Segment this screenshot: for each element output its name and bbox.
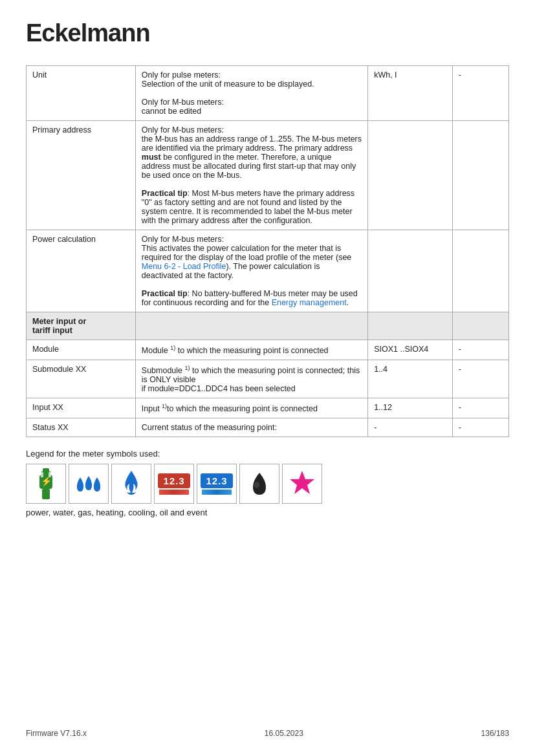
cell-primary-desc: Only for M-bus meters: the M-bus has an … xyxy=(135,121,367,230)
legend-caption: power, water, gas, heating, cooling, oil… xyxy=(26,508,509,517)
cell-submodule-default: - xyxy=(452,360,508,398)
cell-unit-values: kWh, I xyxy=(368,66,453,121)
cell-section-col4 xyxy=(452,312,508,340)
svg-marker-12 xyxy=(290,471,314,494)
cell-inputxx-default: - xyxy=(452,398,508,418)
cell-section-col2 xyxy=(135,312,367,340)
oil-svg xyxy=(243,468,276,500)
cell-section-label: Meter input ortariff input xyxy=(27,312,136,340)
main-table: Unit Only for pulse meters: Selection of… xyxy=(26,65,509,437)
cell-inputxx-values: 1..12 xyxy=(368,398,453,418)
cell-inputxx-desc: Input 1)to which the measuring point is … xyxy=(135,398,367,418)
legend-icon-water xyxy=(69,464,109,504)
cell-unit-default: - xyxy=(452,66,508,121)
cell-submodule-desc: Submodule 1) to which the measuring poin… xyxy=(135,360,367,398)
table-row-status-xx: Status XX Current status of the measurin… xyxy=(27,418,509,437)
cell-module-label: Module xyxy=(27,340,136,360)
link-energy-management[interactable]: Energy management xyxy=(272,298,347,307)
power-svg: ⚡ xyxy=(33,468,59,499)
gas-svg xyxy=(115,468,147,500)
cell-statusxx-default: - xyxy=(452,418,508,437)
table-row-module: Module Module 1) to which the measuring … xyxy=(27,340,509,360)
cell-module-values: SIOX1 ..SIOX4 xyxy=(368,340,453,360)
cell-primary-values xyxy=(368,121,453,230)
event-svg xyxy=(286,468,318,500)
legend-title: Legend for the meter symbols used: xyxy=(26,449,509,459)
legend-section: Legend for the meter symbols used: ⚡ xyxy=(26,449,509,517)
cell-module-default: - xyxy=(452,340,508,360)
cell-module-desc: Module 1) to which the measuring point i… xyxy=(135,340,367,360)
footer-page: 136/183 xyxy=(481,729,509,738)
footer: Firmware V7.16.x 16.05.2023 136/183 xyxy=(26,729,509,738)
cell-unit-desc: Only for pulse meters: Selection of the … xyxy=(135,66,367,121)
cell-submodule-values: 1..4 xyxy=(368,360,453,398)
legend-icon-gas xyxy=(111,464,151,504)
legend-icon-cooling: 12.3 xyxy=(197,464,237,504)
footer-firmware: Firmware V7.16.x xyxy=(26,729,87,738)
table-row-submodule: Submodule XX Submodule 1) to which the m… xyxy=(27,360,509,398)
cell-primary-label: Primary address xyxy=(27,121,136,230)
cell-statusxx-label: Status XX xyxy=(27,418,136,437)
legend-icons: ⚡ xyxy=(26,464,509,504)
cell-powercalc-default xyxy=(452,230,508,312)
svg-rect-4 xyxy=(42,489,50,499)
legend-icon-heating: 12.3 xyxy=(154,464,194,504)
cell-section-col3 xyxy=(368,312,453,340)
svg-point-11 xyxy=(254,482,259,488)
table-row-input-xx: Input XX Input 1)to which the measuring … xyxy=(27,398,509,418)
cell-powercalc-desc: Only for M-bus meters: This activates th… xyxy=(135,230,367,312)
cell-primary-default xyxy=(452,121,508,230)
legend-icon-event xyxy=(282,464,322,504)
table-row-primary-address: Primary address Only for M-bus meters: t… xyxy=(27,121,509,230)
cell-unit-label: Unit xyxy=(27,66,136,121)
footer-date: 16.05.2023 xyxy=(265,729,303,738)
cell-statusxx-desc: Current status of the measuring point: xyxy=(135,418,367,437)
svg-text:⚡: ⚡ xyxy=(41,476,52,487)
legend-icon-oil xyxy=(239,464,279,504)
table-row-power-calc: Power calculation Only for M-bus meters:… xyxy=(27,230,509,312)
link-load-profile[interactable]: Menu 6-2 - Load Profile xyxy=(142,262,226,271)
water-svg xyxy=(72,468,105,500)
cell-powercalc-label: Power calculation xyxy=(27,230,136,312)
table-row-section-header: Meter input ortariff input xyxy=(27,312,509,340)
legend-icon-power: ⚡ xyxy=(26,464,66,504)
cell-submodule-label: Submodule XX xyxy=(27,360,136,398)
cell-powercalc-values xyxy=(368,230,453,312)
table-row-unit: Unit Only for pulse meters: Selection of… xyxy=(27,66,509,121)
cell-statusxx-values: - xyxy=(368,418,453,437)
cell-inputxx-label: Input XX xyxy=(27,398,136,418)
logo: Eckelmann xyxy=(26,19,509,47)
